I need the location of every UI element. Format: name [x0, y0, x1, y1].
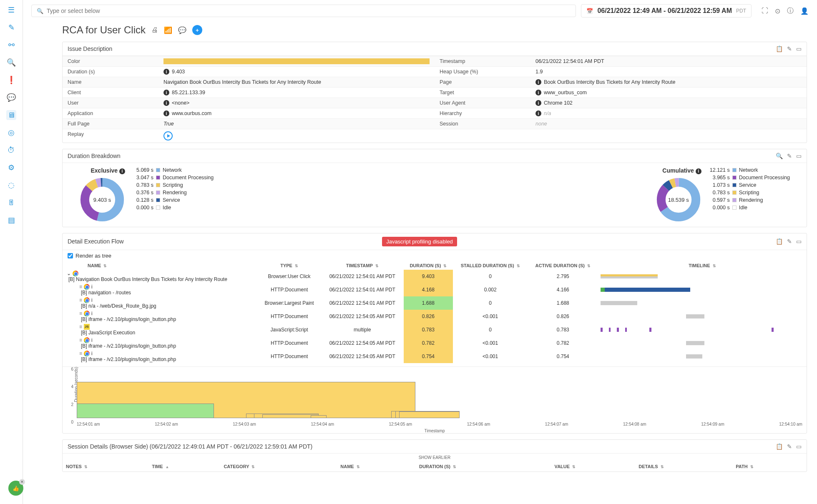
info-icon[interactable]: i	[163, 110, 169, 116]
expand-icon[interactable]: ▭	[796, 238, 802, 245]
expand-icon[interactable]: ▭	[796, 153, 802, 159]
search-icon[interactable]: 🔍	[6, 58, 16, 68]
column-header[interactable]: ACTIVE DURATION (S) ⇅	[528, 261, 598, 270]
info-icon[interactable]: i	[696, 168, 701, 174]
table-row[interactable]: ≡i [B] n/a - /web/Desk_Route_Bg.jpgBrows…	[63, 296, 807, 310]
info-icon[interactable]: i	[91, 337, 93, 343]
gantt-bar[interactable]	[77, 404, 214, 418]
kv-value: iBook OurBus Intercity Bus Tickets for A…	[530, 77, 807, 87]
drag-icon[interactable]: ≡	[79, 311, 82, 316]
show-earlier-link[interactable]: SHOW EARLIER	[63, 454, 807, 461]
feedback-button[interactable]: 👍 ✕	[8, 481, 23, 496]
kv-key	[435, 129, 530, 143]
book-icon[interactable]: ▤	[6, 215, 16, 225]
kv-value: i9.403	[158, 66, 435, 77]
wand-icon[interactable]: ✎	[6, 23, 16, 33]
user-icon[interactable]: 👤	[800, 7, 809, 15]
sitemap-icon[interactable]: ⚯	[6, 40, 16, 50]
replay-button[interactable]	[163, 131, 173, 140]
copy-icon[interactable]: 📋	[776, 45, 783, 52]
column-header[interactable]: DETAILS ⇅	[636, 462, 732, 471]
drag-icon[interactable]: ≡	[79, 284, 82, 290]
info-icon[interactable]: i	[91, 284, 93, 290]
gantt-bar[interactable]	[311, 415, 327, 418]
print-icon[interactable]: 🖨	[151, 26, 158, 34]
column-header[interactable]: NAME ⇅	[338, 462, 416, 471]
dashed-circle-icon[interactable]: ◌	[6, 180, 16, 190]
edit-icon[interactable]: ✎	[787, 153, 792, 159]
gear-icon[interactable]: ⚙	[6, 163, 16, 173]
info-icon[interactable]: i	[535, 79, 541, 85]
info-icon[interactable]: i	[119, 168, 125, 174]
info-icon[interactable]: i	[535, 90, 541, 95]
column-header[interactable]: STALLED DURATION (S) ⇅	[453, 261, 528, 270]
column-header[interactable]: TIMELINE ⇅	[598, 261, 807, 270]
close-icon[interactable]: ✕	[19, 479, 25, 485]
copy-icon[interactable]: 📋	[776, 443, 783, 450]
legend-row: 0.000 sIdle	[710, 205, 790, 211]
render-tree-checkbox[interactable]	[68, 253, 73, 258]
info-icon[interactable]: i	[163, 90, 169, 95]
column-header[interactable]: NOTES ⇅	[63, 462, 148, 471]
play-icon[interactable]: ⊙	[775, 7, 780, 15]
table-row[interactable]: ≡i [B] iframe - /v2.10/plugins/login_but…	[63, 336, 807, 350]
info-icon[interactable]: i	[163, 69, 169, 75]
info-icon[interactable]: i	[163, 100, 169, 106]
cumulative-donut: Cumulative i 18.539 s 12.121 sNetwork3.9…	[447, 167, 790, 223]
table-row[interactable]: ≡i [B] iframe - /v2.10/plugins/login_but…	[63, 310, 807, 323]
table-row[interactable]: ≡i [B] iframe - /v2.10/plugins/login_but…	[63, 350, 807, 363]
fullscreen-icon[interactable]: ⛶	[762, 7, 768, 15]
add-button[interactable]: +	[192, 25, 202, 35]
zoom-icon[interactable]: 🔍	[776, 153, 783, 159]
gauge-icon[interactable]: ⏱	[6, 145, 16, 155]
sliders-icon[interactable]: 🎚	[6, 198, 16, 208]
signal-icon[interactable]: 📶	[164, 26, 172, 34]
timeline-chart[interactable]: Duration (seconds) 6420 12:54:01 am12:54…	[63, 366, 807, 433]
column-header[interactable]: CATEGORY ⇅	[221, 462, 337, 471]
chat-icon[interactable]: 💬	[6, 93, 16, 103]
expand-icon[interactable]: ⌄	[67, 271, 71, 276]
column-header[interactable]: PATH ⇅	[733, 462, 806, 471]
column-header[interactable]: NAME ⇅	[63, 261, 258, 270]
table-row[interactable]: ⌄ [B] Navigation Book OurBus Intercity B…	[63, 270, 807, 283]
edit-icon[interactable]: ✎	[787, 443, 792, 450]
cumulative-legend: 12.121 sNetwork3.965 sDocument Processin…	[710, 167, 790, 211]
comment-icon[interactable]: 💬	[178, 26, 186, 34]
info-icon[interactable]: ⓘ	[787, 7, 794, 15]
alert-icon[interactable]: ❗	[6, 75, 16, 85]
drag-icon[interactable]: ≡	[79, 337, 82, 343]
kv-key: Heap Usage (%)	[435, 66, 530, 77]
column-header[interactable]: TIME ▲	[149, 462, 220, 471]
info-icon[interactable]: i	[535, 100, 541, 106]
column-header[interactable]: TYPE ⇅	[258, 261, 321, 270]
kv-value	[158, 56, 435, 66]
copy-icon[interactable]: 📋	[776, 238, 783, 245]
expand-icon[interactable]: ▭	[796, 443, 802, 450]
gantt-bar[interactable]	[399, 411, 460, 418]
drag-icon[interactable]: ≡	[79, 324, 82, 330]
column-header[interactable]: TIMESTAMP ⇅	[321, 261, 403, 270]
table-row[interactable]: ≡i [B] navigation - /routesHTTP:Document…	[63, 283, 807, 296]
info-icon[interactable]: i	[91, 311, 93, 316]
kv-key: Application	[63, 108, 158, 118]
info-icon[interactable]: i	[91, 297, 93, 303]
kv-key: Page	[435, 77, 530, 87]
date-range-picker[interactable]: 📅 06/21/2022 12:49 AM - 06/21/2022 12:59…	[581, 4, 752, 18]
info-icon[interactable]: i	[535, 110, 541, 116]
search-input[interactable]: 🔍	[31, 5, 576, 17]
drag-icon[interactable]: ≡	[79, 297, 82, 303]
column-header[interactable]: DURATION (S) ⇅	[417, 462, 551, 471]
drag-icon[interactable]: ≡	[79, 351, 82, 356]
column-header[interactable]: VALUE ⇅	[552, 462, 636, 471]
column-header[interactable]: DURATION (S) ⇅	[404, 261, 453, 270]
menu-icon[interactable]: ☰	[6, 5, 16, 15]
target-icon[interactable]: ◎	[6, 128, 16, 138]
search-field[interactable]	[47, 8, 571, 14]
expand-icon[interactable]: ▭	[796, 45, 802, 52]
kv-value	[158, 129, 435, 143]
monitor-icon[interactable]: 🖥	[6, 110, 16, 120]
info-icon[interactable]: i	[91, 351, 93, 356]
edit-icon[interactable]: ✎	[787, 238, 792, 245]
edit-icon[interactable]: ✎	[787, 45, 792, 52]
table-row[interactable]: ≡JS [B] JavaScript ExecutionJavaScript:S…	[63, 323, 807, 336]
